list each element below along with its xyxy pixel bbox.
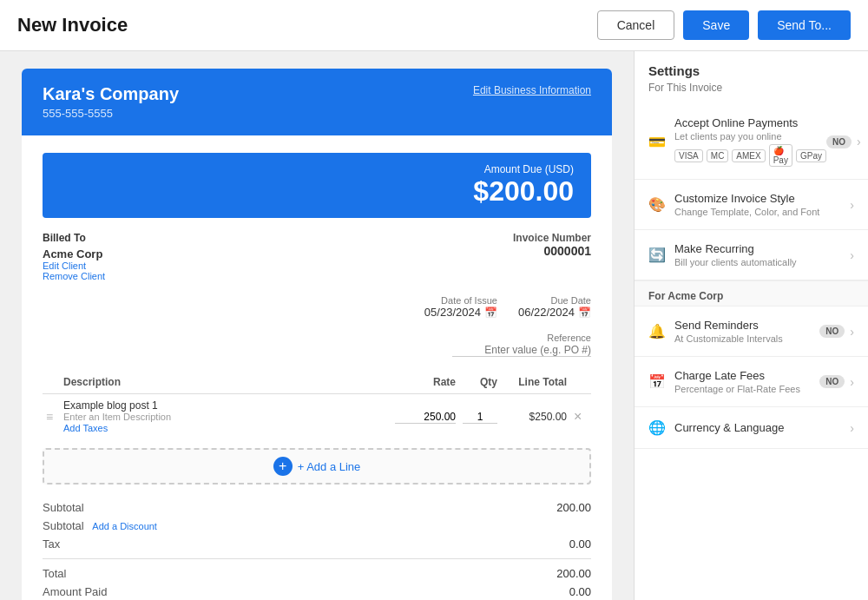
col-drag: [43, 371, 60, 394]
col-description: Description: [60, 371, 390, 394]
settings-item-accept-payments[interactable]: 💳 Accept Online Payments Let clients pay…: [635, 104, 868, 180]
settings-item-make-recurring[interactable]: 🔄 Make Recurring Bill your clients autom…: [635, 230, 868, 280]
invoice-body: Amount Due (USD) $200.00 Billed To Acme …: [22, 135, 612, 600]
palette-icon: 🎨: [648, 196, 666, 213]
add-taxes-link[interactable]: Add Taxes: [63, 423, 108, 433]
reference-field: Reference: [452, 333, 591, 357]
col-line-total: Line Total: [501, 371, 570, 394]
item-description-sub: Enter an Item Description: [63, 412, 386, 422]
item-qty-input[interactable]: [463, 411, 497, 424]
mastercard-logo: MC: [707, 149, 729, 162]
line-items-table: Description Rate Qty Line Total ≡ Exampl…: [43, 371, 591, 439]
settings-panel: Settings For This Invoice 💳 Accept Onlin…: [634, 51, 868, 600]
charge-late-fees-badge: NO: [819, 375, 845, 388]
table-row: ≡ Example blog post 1 Enter an Item Desc…: [43, 394, 591, 440]
tax-value: 0.00: [569, 537, 591, 551]
settings-item-currency-language[interactable]: 🌐 Currency & Language ›: [635, 407, 868, 449]
plus-circle-icon: +: [273, 457, 293, 476]
amount-due-box: Amount Due (USD) $200.00: [43, 153, 591, 218]
settings-item-send-reminders[interactable]: 🔔 Send Reminders At Customizable Interva…: [635, 307, 868, 357]
amount-due-label: Amount Due (USD): [60, 163, 574, 175]
invoice-header-bar: Kara's Company 555-555-5555 Edit Busines…: [22, 69, 612, 135]
send-reminders-desc: At Customizable Intervals: [674, 333, 783, 344]
subtotal-label: Subtotal: [43, 501, 84, 514]
bell-icon: 🔔: [648, 323, 666, 340]
subtotal-label2: Subtotal Add a Discount: [43, 519, 157, 532]
save-button[interactable]: Save: [683, 10, 749, 40]
company-info: Kara's Company 555-555-5555: [43, 84, 179, 120]
page-title: New Invoice: [17, 14, 128, 36]
header-buttons: Cancel Save Send To...: [597, 10, 851, 40]
item-delete-cell: ×: [570, 394, 591, 440]
dates-row: Date of Issue 05/23/2024 📅 Due Date 06/2…: [43, 295, 591, 319]
add-discount-link[interactable]: Add a Discount: [92, 521, 157, 531]
make-recurring-label: Make Recurring: [674, 242, 797, 255]
item-description-main: Example blog post 1: [63, 399, 386, 412]
edit-business-link[interactable]: Edit Business Information: [473, 84, 591, 96]
add-line-button[interactable]: + + Add a Line: [43, 448, 591, 485]
total-label: Total: [43, 567, 66, 580]
globe-icon: 🌐: [648, 419, 666, 436]
settings-item-customize-style[interactable]: 🎨 Customize Invoice Style Change Templat…: [635, 180, 868, 230]
item-rate-input[interactable]: [395, 411, 456, 424]
amex-logo: AMEX: [732, 149, 765, 162]
billed-to-label: Billed To: [43, 232, 105, 244]
settings-subtitle: For This Invoice: [635, 82, 868, 104]
accept-payments-desc: Let clients pay you online VISA MC AMEX …: [674, 131, 826, 167]
due-date-calendar-icon[interactable]: 📅: [578, 307, 591, 319]
cancel-button[interactable]: Cancel: [597, 10, 675, 40]
date-of-issue-value: 05/23/2024: [424, 306, 481, 319]
totals-section: Subtotal 200.00 Subtotal Add a Discount …: [43, 498, 591, 600]
totals-divider: [43, 558, 591, 559]
date-of-issue-calendar-icon[interactable]: 📅: [484, 307, 497, 319]
remove-client-link[interactable]: Remove Client: [43, 271, 105, 281]
app-header: New Invoice Cancel Save Send To...: [0, 0, 868, 51]
currency-language-label: Currency & Language: [674, 421, 784, 434]
item-delete-button[interactable]: ×: [574, 409, 582, 425]
googlepay-logo: GPay: [796, 149, 826, 162]
invoice-meta-row: Billed To Acme Corp Edit Client Remove C…: [43, 232, 591, 281]
settings-item-charge-late-fees[interactable]: 📅 Charge Late Fees Percentage or Flat-Ra…: [635, 357, 868, 407]
calendar-icon: 📅: [648, 373, 666, 390]
charge-late-fees-desc: Percentage or Flat-Rate Fees: [674, 384, 800, 394]
subtotal-value: 200.00: [556, 501, 591, 514]
col-qty: Qty: [459, 371, 501, 394]
reference-row: Reference: [43, 333, 591, 357]
send-reminders-label: Send Reminders: [674, 319, 783, 332]
settings-title: Settings: [635, 51, 868, 82]
main-layout: Kara's Company 555-555-5555 Edit Busines…: [0, 51, 868, 600]
reference-input[interactable]: [452, 344, 591, 357]
discount-row: Subtotal Add a Discount: [43, 517, 591, 535]
tax-row: Tax 0.00: [43, 535, 591, 553]
invoice-card: Kara's Company 555-555-5555 Edit Busines…: [22, 69, 612, 600]
drag-handle[interactable]: ≡: [43, 394, 60, 440]
col-rate: Rate: [390, 371, 459, 394]
item-description-cell: Example blog post 1 Enter an Item Descri…: [60, 394, 390, 440]
reference-label: Reference: [452, 333, 591, 343]
accept-payments-chevron: ›: [857, 135, 861, 148]
edit-client-link[interactable]: Edit Client: [43, 260, 105, 271]
due-date-label: Due Date: [518, 295, 591, 306]
send-reminders-badge: NO: [819, 325, 845, 338]
send-reminders-chevron: ›: [850, 325, 854, 339]
due-date-value: 06/22/2024: [518, 306, 575, 319]
invoice-number-value: 0000001: [513, 244, 591, 258]
col-delete: [570, 371, 591, 394]
due-date-field: Due Date 06/22/2024 📅: [518, 295, 591, 319]
date-of-issue-field: Date of Issue 05/23/2024 📅: [424, 295, 497, 319]
accept-payments-label: Accept Online Payments: [674, 116, 826, 129]
make-recurring-desc: Bill your clients automatically: [674, 257, 797, 267]
invoice-number-label: Invoice Number: [513, 232, 591, 244]
applepay-logo: 🍎Pay: [769, 144, 792, 167]
make-recurring-chevron: ›: [850, 248, 854, 262]
date-of-issue-label: Date of Issue: [424, 295, 497, 306]
line-items-body: ≡ Example blog post 1 Enter an Item Desc…: [43, 394, 591, 440]
invoice-area: Kara's Company 555-555-5555 Edit Busines…: [0, 51, 634, 600]
item-qty-cell: [459, 394, 501, 440]
customize-style-label: Customize Invoice Style: [674, 192, 819, 205]
line-items-header: Description Rate Qty Line Total: [43, 371, 591, 394]
send-to-button[interactable]: Send To...: [758, 10, 851, 40]
accept-payments-badge: NO: [826, 135, 852, 148]
company-phone: 555-555-5555: [43, 107, 179, 120]
item-line-total: $250.00: [501, 394, 570, 440]
